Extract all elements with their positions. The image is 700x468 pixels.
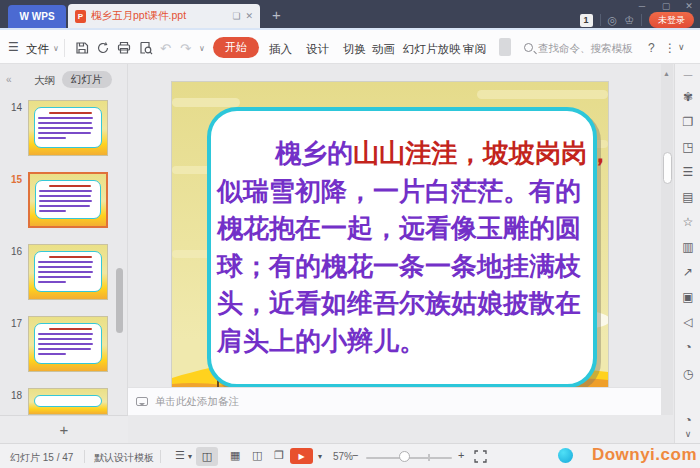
tab-overflow-indicator[interactable]: [499, 38, 511, 56]
notes-toggle-icon[interactable]: ☰: [175, 449, 185, 462]
tab-design[interactable]: 设计: [306, 42, 329, 57]
slide-thumbnail-18[interactable]: [28, 388, 108, 415]
tab-insert[interactable]: 插入: [269, 42, 292, 57]
file-caret-icon[interactable]: ∨: [53, 44, 59, 53]
collapse-handle-icon[interactable]: ─: [675, 68, 700, 82]
compass-icon[interactable]: ◔: [675, 340, 700, 354]
file-menu[interactable]: 文件: [26, 42, 49, 57]
new-tab-button[interactable]: +: [272, 6, 281, 23]
shapes-icon[interactable]: ◳: [675, 140, 700, 154]
hamburger-icon[interactable]: ☰: [8, 40, 19, 54]
slide-text-line: 球；有的槐花一条一条地挂满枝: [217, 248, 587, 286]
login-button[interactable]: 未登录: [649, 12, 694, 28]
fit-screen-icon[interactable]: [474, 450, 487, 465]
notification-badge[interactable]: 1: [580, 14, 593, 27]
slide-thumbnail-14[interactable]: [28, 100, 108, 156]
print-icon[interactable]: [116, 40, 132, 56]
vip-crown-icon[interactable]: ♔: [624, 14, 634, 27]
panel-header: « 大纲 幻灯片: [0, 70, 128, 92]
zoom-out-icon[interactable]: −: [352, 449, 358, 461]
slide-text-line: 肩头上的小辫儿。: [217, 323, 587, 361]
thumb-textbox: [34, 251, 102, 292]
forms-icon[interactable]: ▥: [675, 240, 700, 254]
account-row: 1 ◎ ♔ 未登录: [580, 12, 694, 28]
theme-icon[interactable]: ◎: [608, 14, 618, 27]
scroll-up-icon[interactable]: ▲: [663, 70, 670, 77]
document-tab[interactable]: P 槐乡五月ppt课件.ppt ❏ ✕: [68, 4, 260, 28]
tab-review[interactable]: 审阅: [463, 42, 486, 57]
template-store-icon[interactable]: ✾: [675, 90, 700, 104]
pin-tab-icon[interactable]: ❏: [232, 11, 240, 21]
assistant-dot-icon[interactable]: [558, 448, 573, 463]
maximize-icon[interactable]: ▢: [658, 1, 674, 11]
print-preview-icon[interactable]: [138, 40, 154, 56]
document-title: 槐乡五月ppt课件.ppt: [91, 9, 227, 23]
play-settings-icon[interactable]: ❐: [274, 449, 284, 462]
slide-number: 14: [0, 102, 22, 113]
redo-icon[interactable]: ↷: [180, 41, 191, 56]
zoom-in-icon[interactable]: +: [458, 449, 464, 461]
divider: [84, 450, 85, 463]
tab-outline[interactable]: 大纲: [34, 74, 55, 88]
share-icon[interactable]: ↗: [675, 265, 700, 279]
template-name[interactable]: 默认设计模板: [94, 451, 154, 465]
save-icon[interactable]: [74, 40, 90, 56]
search-input[interactable]: [538, 39, 638, 57]
zoom-slider-handle[interactable]: [399, 451, 410, 462]
slide-sorter-icon[interactable]: ▦: [230, 449, 240, 462]
undo-icon[interactable]: ↶: [160, 41, 171, 56]
play-button[interactable]: ▶: [290, 448, 313, 464]
reading-view-icon[interactable]: ◫: [252, 449, 262, 462]
slide-thumbnail-16[interactable]: [28, 244, 108, 300]
slide-thumbnail-17[interactable]: [28, 316, 108, 372]
tab-slides[interactable]: 幻灯片: [62, 71, 112, 88]
more-icon[interactable]: ⋮: [664, 41, 676, 55]
collapse-panel-icon[interactable]: «: [6, 74, 12, 85]
close-icon[interactable]: ✕: [681, 1, 697, 11]
zoom-slider-tick: [428, 454, 430, 461]
collapse-ribbon-icon[interactable]: ∨: [678, 42, 685, 52]
assistant-icon[interactable]: ◔: [675, 413, 700, 427]
canvas-scrollbar[interactable]: ▲: [661, 64, 673, 415]
play-caret-icon[interactable]: ▾: [318, 452, 322, 461]
close-tab-icon[interactable]: ✕: [245, 11, 253, 21]
zoom-level[interactable]: 57%: [333, 451, 353, 462]
tab-slideshow[interactable]: 幻灯片放映: [403, 42, 461, 57]
slide-number-selected: 15: [0, 174, 22, 185]
slide-textbox[interactable]: 槐乡的山山洼洼，坡坡岗岗， 似瑞雪初降，一片白茫茫。有的 槐花抱在一起，远看像玉…: [207, 107, 597, 388]
slide-text-line: 槐乡的山山洼洼，坡坡岗岗，: [217, 135, 587, 173]
favorites-star-icon[interactable]: ☆: [675, 215, 700, 229]
slide-thumbnail-15[interactable]: [28, 172, 108, 228]
watermark: Downyi.com: [592, 445, 697, 465]
add-slide-button[interactable]: +: [0, 415, 128, 443]
quick-access-caret-icon[interactable]: ∨: [199, 44, 205, 53]
properties-icon[interactable]: ☰: [675, 165, 700, 179]
audio-icon[interactable]: ◁: [675, 315, 700, 329]
slide-15[interactable]: 槐乡的山山洼洼，坡坡岗岗， 似瑞雪初降，一片白茫茫。有的 槐花抱在一起，远看像玉…: [172, 82, 608, 404]
history-clock-icon[interactable]: ◷: [675, 367, 700, 381]
tab-transitions[interactable]: 切换: [343, 42, 366, 57]
slide-panel: « 大纲 幻灯片 14 15 16 17: [0, 64, 128, 443]
layers-icon[interactable]: ❐: [675, 115, 700, 129]
scrollbar-thumb[interactable]: [663, 152, 672, 184]
comment-icon: [136, 397, 148, 406]
thumbnail-scrollbar[interactable]: [116, 268, 123, 333]
play-icon: ▶: [298, 452, 304, 461]
minimize-icon[interactable]: ─: [634, 1, 650, 11]
images-icon[interactable]: ▣: [675, 290, 700, 304]
titlebar: W WPS P 槐乡五月ppt课件.ppt ❏ ✕ + ─ ▢ ✕ 1 ◎ ♔ …: [0, 0, 700, 28]
normal-view-button[interactable]: ◫: [196, 447, 218, 466]
divider: [160, 450, 161, 463]
thumb-textbox: [34, 107, 102, 148]
thumbnail-list: 14 15 16 17: [0, 94, 128, 415]
notes-bar[interactable]: 单击此处添加备注: [128, 387, 661, 415]
thumb-textbox: [34, 395, 102, 407]
export-icon[interactable]: [95, 40, 111, 56]
tab-animation[interactable]: 动画: [372, 42, 395, 57]
notes-toggle-caret-icon[interactable]: ▾: [188, 452, 192, 461]
help-icon[interactable]: ?: [648, 41, 655, 55]
tab-home[interactable]: 开始: [213, 37, 259, 58]
toolbar-chevron-down-icon[interactable]: ∨: [675, 429, 700, 439]
wps-home-button[interactable]: W WPS: [8, 5, 66, 28]
slide-layout-icon[interactable]: ▤: [675, 190, 700, 204]
